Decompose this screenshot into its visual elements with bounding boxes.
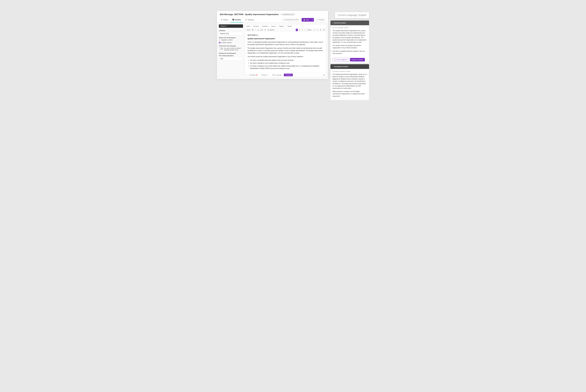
font-size-label: pt ▾ — [261, 29, 263, 31]
editor-footer: ℹ Readability Sentiment Plain Language T… — [245, 73, 326, 77]
same-content-toggle[interactable] — [219, 48, 223, 50]
tables-menu-btn[interactable]: Tables ▾ — [278, 25, 285, 28]
accept-suggestion-button[interactable]: 📋 Accept Suggestion — [332, 58, 349, 62]
variants-chevron-icon: ▾ — [226, 25, 227, 27]
trash-icon[interactable]: 🗑 — [323, 74, 325, 76]
previous-label: Previous — [319, 19, 324, 21]
current-org-name-em: The Quality Improvement Organization — [332, 30, 357, 32]
variants-label: Variants — [220, 25, 226, 27]
underline-icon: U — [258, 29, 259, 31]
save-button[interactable]: 💾 Save — [302, 18, 311, 22]
align-justify-btn[interactable]: ≡ — [304, 29, 306, 31]
current-content-panel: ‹ Current Content Current Language: Engl… — [330, 20, 369, 63]
current-content-title: Current Content — [334, 22, 346, 24]
style-btn[interactable]: 15_sb09 ▾ — [267, 29, 275, 31]
font-size-btn[interactable]: pt ▾ — [260, 29, 264, 31]
content-menu-group: Content ▾ — [261, 25, 270, 28]
translated-chevron-icon: ‹ — [332, 66, 333, 67]
readability-dot — [256, 74, 257, 76]
editor-toolbar-2: Text ▾ B I U pt ▾ — [245, 28, 326, 32]
list-item: You have a complaint about the quality o… — [332, 50, 367, 55]
info-icon: ℹ — [246, 74, 247, 76]
style-label: 15_sb09 ▾ — [268, 29, 274, 31]
italic-icon: I — [255, 29, 256, 31]
edit-menu-btn[interactable]: Edit ▾ — [246, 25, 251, 28]
left-sidebar: Variants ▾ Language Spanish (US) Options… — [219, 24, 243, 77]
editor-para3: You should contact the Quality Improveme… — [247, 56, 324, 58]
indent-btn[interactable]: ⇥ — [313, 29, 315, 31]
cancel-icon: ⊕ — [283, 19, 285, 21]
translated-content-header: ‹ Translated Content — [330, 64, 369, 69]
tab-targeting[interactable]: ◎ Targeting — [243, 17, 256, 22]
tabs-left: ☰ Details 🖼 Content ◎ Targeting — [219, 17, 256, 22]
editor-toolbar-1: Edit ▾ Format ▾ Content ▾ — [245, 24, 326, 28]
cancel-dropdown-icon: ▾ — [298, 19, 299, 21]
insert-menu-btn[interactable]: Insert ▾ — [271, 25, 277, 28]
main-card: Edit Message: SECTION - Quality Improvem… — [217, 11, 328, 79]
targeting-icon: ◎ — [245, 19, 247, 21]
main-heading: Quality Improvement Organization — [247, 37, 324, 40]
text-format-btn[interactable]: Text ▾ — [246, 29, 251, 31]
translation-label: Translation — [285, 74, 292, 76]
editor-body[interactable]: SECTION L1 Quality Improvement Organizat… — [245, 32, 326, 73]
text-dropdown-icon: ▾ — [250, 29, 250, 31]
translated-lang-label: Translated Language: Spanish — [332, 70, 367, 72]
content-lang-label: Content (for this language) — [219, 45, 243, 46]
translation-tab[interactable]: Translation — [284, 74, 293, 76]
format-menu-btn[interactable]: Format ▾ — [253, 25, 260, 28]
content-icon: 🖼 — [232, 19, 234, 21]
translated-para1: The Quality Improvement Organization cue… — [332, 73, 367, 90]
bullet-list-btn[interactable]: ☰ — [319, 29, 322, 31]
save-dropdown-button[interactable]: ▾ — [311, 18, 314, 22]
color-btn[interactable]: ■ — [264, 29, 266, 31]
content-menu-btn[interactable]: Content ▾ — [261, 25, 269, 28]
readability-tab[interactable]: Readability — [248, 74, 259, 76]
format-menu-group: Format ▾ — [253, 25, 261, 28]
suppress-content-radio[interactable]: Suppress content — [219, 39, 243, 41]
trim-select[interactable]: After — [219, 57, 243, 60]
previous-arrow-icon: ⇐ — [317, 19, 318, 21]
variants-button[interactable]: Variants ▾ — [219, 24, 243, 28]
numbered-list-btn[interactable]: ☰ — [322, 29, 325, 31]
previous-button[interactable]: ⇐ Previous — [315, 18, 326, 22]
translated-org-em2: The Quality Improvement Organization — [341, 83, 366, 84]
lines-btn[interactable]: lines ▾ — [307, 29, 312, 31]
tab-details[interactable]: ☰ Details — [219, 17, 230, 22]
plain-language-tab[interactable]: Plain Language — [271, 74, 283, 76]
outdent-btn[interactable]: ⇤ — [316, 29, 318, 31]
tools-menu-group: Tools ▾ — [287, 25, 293, 28]
align-left-btn[interactable]: ≡ — [296, 29, 298, 31]
toggle-row: Use same content as default language (En… — [219, 47, 243, 51]
right-panel: ‹ Current Content Current Language: Engl… — [330, 20, 369, 100]
cancel-label: Cancel & Go to list — [285, 19, 297, 21]
editor-para2: The Quality Improvement Organization has… — [247, 47, 324, 54]
toggle-text: Use same content as default language (En… — [224, 47, 243, 51]
align-right-btn[interactable]: ≡ — [301, 29, 303, 31]
cancel-button[interactable]: ⊕ Cancel & Go to list ▾ — [282, 18, 301, 22]
page-wrapper: Current Language: English Translated Lan… — [217, 11, 369, 79]
suggest-label: Suggest Translation — [352, 59, 363, 60]
underline-btn[interactable]: U — [257, 29, 259, 31]
working-copy-badge: ✏ WORKING COPY — [280, 13, 296, 16]
custom-content-radio[interactable]: Custom content — [219, 42, 243, 44]
bold-btn[interactable]: B — [252, 29, 254, 31]
tab-details-label: Details — [223, 19, 228, 21]
suggest-translation-button[interactable]: Suggest Translation — [350, 58, 365, 62]
current-content-header: ‹ Current Content — [330, 20, 369, 25]
edit-menu-group: Edit ▾ — [246, 25, 252, 28]
translated-content-panel: ‹ Translated Content Translated Language… — [330, 64, 369, 100]
current-lang-label: Current Language: English — [332, 27, 367, 28]
tab-content[interactable]: 🖼 Content — [230, 17, 243, 22]
current-para1: The Quality Improvement Organization has… — [332, 30, 367, 44]
translated-content-title: Translated Content — [334, 66, 348, 68]
tools-menu-btn[interactable]: Tools ▾ — [287, 25, 292, 28]
lines-label: lines ▾ — [307, 29, 312, 31]
tables-menu-group: Tables ▾ — [278, 25, 286, 28]
options-radio-group: Suppress content Custom content — [219, 39, 243, 44]
rich-text-editor[interactable]: Edit ▾ Format ▾ Content ▾ — [245, 24, 326, 77]
sentiment-tab[interactable]: Sentiment — [260, 74, 270, 76]
italic-btn[interactable]: I — [255, 29, 256, 31]
language-select[interactable]: Spanish (US) — [219, 32, 243, 35]
align-center-btn[interactable]: ≡ — [299, 29, 301, 31]
options-label: Options (for all languages) — [219, 37, 243, 38]
